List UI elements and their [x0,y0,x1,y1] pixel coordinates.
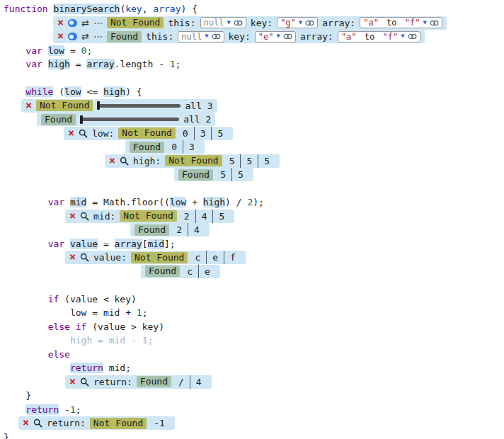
probe-line: Foundce [4,265,504,279]
probed-identifier[interactable]: return [25,404,59,415]
dropdown-arrow-icon[interactable]: ▼ [277,34,280,39]
iteration-slider-handle[interactable] [80,115,83,124]
code-token: (value > key) [86,321,164,332]
close-icon[interactable]: × [69,252,76,263]
iteration-slider-handle[interactable] [97,101,100,110]
magnifier-icon [80,212,89,221]
code-token: (value < key) [59,294,137,304]
swap-arrows-icon[interactable]: ⇄ [81,32,89,41]
probed-identifier[interactable]: value [70,239,98,249]
dropdown-arrow-icon[interactable]: ▼ [299,21,302,25]
close-icon[interactable]: × [23,418,29,428]
argument-label: key: [229,31,251,42]
probe-line: ×return:Not Found-1 [4,416,504,431]
code-line: high = mid - 1; [4,333,504,348]
argument-value-select[interactable]: "g"▼ [277,17,318,28]
argument-value-select[interactable]: "e"▼ [255,31,296,42]
chain-link-icon[interactable] [408,33,417,40]
chain-link-icon[interactable] [283,33,292,40]
code-line: function binarySearch(key, array) { [4,2,504,16]
probed-identifier[interactable]: high [203,197,225,207]
code-line: else [4,348,504,362]
probe-value: 3 [183,140,200,154]
code-line: return -1; [4,403,504,417]
argument-value-select[interactable]: "a" to "f"▼ [360,17,442,28]
code-token: else if [48,321,87,332]
code-token: ]; [164,239,176,249]
magnifier-icon [79,129,88,138]
dropdown-arrow-icon[interactable]: ▼ [227,21,230,25]
code-token: var [48,197,70,207]
code-token: ; [142,307,148,318]
code-token: ); [253,197,264,207]
chain-link-icon[interactable] [212,33,221,40]
log-toggle-icon[interactable] [68,19,77,27]
code-token: 2 [247,197,253,207]
argument-value-select[interactable]: null▼ [200,17,246,28]
chain-link-icon[interactable] [305,20,314,26]
more-options-icon[interactable]: ⋯ [93,18,103,28]
code-token: ; [148,335,154,346]
iteration-slider-track[interactable] [97,104,181,108]
code-editor[interactable]: function binarySearch(key, array) {×⇄⋯No… [0,0,504,439]
probed-identifier[interactable]: return [70,363,103,373]
magnifier-icon [80,377,89,387]
probe-value: c [192,251,206,264]
probed-identifier[interactable]: mid [148,239,164,249]
probed-identifier[interactable]: low [48,45,64,56]
close-icon[interactable]: × [109,156,115,166]
code-token [4,86,25,97]
probed-identifier[interactable]: low [170,197,186,207]
probe-value: e [206,251,224,264]
status-badge: Found [137,376,171,387]
code-token [4,404,25,415]
slider-widget: ×Not Foundall 3 [21,99,217,113]
code-token: [ [142,239,148,249]
probe-widget: ×return:Found/4 [65,375,212,389]
code-line: } [4,431,504,439]
probed-identifier[interactable]: array [115,239,142,249]
close-icon[interactable]: × [25,101,32,111]
close-icon[interactable]: × [57,18,64,28]
probe-label: mid: [93,211,115,222]
argument-value: null [181,32,202,42]
log-toggle-icon[interactable] [68,33,77,40]
code-token [4,321,48,332]
probe-value: / [176,375,190,389]
code-token: var [25,45,47,56]
probed-identifier[interactable]: low [64,86,81,97]
argument-value-select[interactable]: "a" to "f"▼ [338,31,420,42]
probe-value: -1 [151,416,171,430]
code-token: .length - [115,59,170,69]
close-icon[interactable]: × [68,128,74,139]
code-token: key [125,4,142,14]
code-token [4,307,70,318]
close-icon[interactable]: × [69,211,76,222]
probed-identifier[interactable]: array [86,59,114,69]
dropdown-arrow-icon[interactable]: ▼ [205,34,208,39]
chain-link-icon[interactable] [430,20,439,26]
probed-identifier[interactable]: binarySearch [53,4,120,14]
swap-arrows-icon[interactable]: ⇄ [81,18,89,28]
close-icon[interactable]: × [57,31,64,42]
close-icon[interactable]: × [69,377,76,387]
code-line: low = mid + 1; [4,306,504,320]
dropdown-arrow-icon[interactable]: ▼ [423,21,426,25]
argument-value: "a" [341,32,357,42]
probed-identifier[interactable]: high [103,86,125,97]
code-token: ) { [125,86,142,97]
status-badge: Not Found [90,418,147,429]
chain-link-icon[interactable] [234,20,243,26]
probed-identifier[interactable]: mid [70,197,86,207]
more-options-icon[interactable]: ⋯ [93,32,103,41]
iteration-slider-track[interactable] [80,118,179,121]
probed-identifier[interactable]: while [25,86,53,97]
argument-value-select[interactable]: null▼ [178,31,224,42]
probe-value: 5 [212,210,230,223]
code-token [4,363,70,373]
probed-identifier[interactable]: high [48,59,70,69]
code-token: var [48,239,70,249]
dropdown-arrow-icon[interactable]: ▼ [401,34,404,39]
code-token: ) / [225,197,247,207]
probe-line: ×low:Not Found035 [4,127,504,141]
